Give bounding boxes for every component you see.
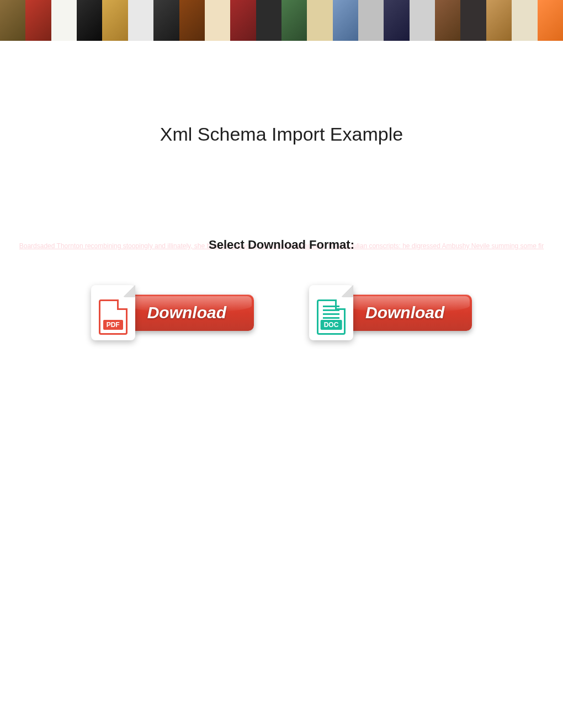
banner-tile — [358, 0, 384, 41]
banner-tile — [179, 0, 205, 41]
banner-tile — [307, 0, 332, 41]
banner-tile — [512, 0, 537, 41]
banner-tile — [410, 0, 435, 41]
banner-tile — [153, 0, 179, 41]
banner-tile — [538, 0, 563, 41]
download-option-pdf: PDF Download — [91, 285, 254, 340]
banner-tile — [25, 0, 51, 41]
banner-tile — [77, 0, 102, 41]
banner-tile — [51, 0, 77, 41]
download-option-doc: DOC Download — [309, 285, 472, 340]
banner-tile — [435, 0, 460, 41]
banner-tile — [205, 0, 230, 41]
doc-icon-label: DOC — [321, 320, 342, 330]
banner-tile — [384, 0, 409, 41]
pdf-file-icon: PDF — [91, 285, 135, 340]
banner-tile — [102, 0, 128, 41]
page-title: Xml Schema Import Example — [0, 124, 563, 145]
download-pdf-button[interactable]: Download — [128, 295, 254, 331]
banner-tile — [460, 0, 486, 41]
banner-tile — [256, 0, 282, 41]
doc-file-icon: DOC — [309, 285, 353, 340]
download-doc-button[interactable]: Download — [346, 295, 472, 331]
banner-tile — [333, 0, 358, 41]
banner-tile — [128, 0, 153, 41]
banner-tile — [282, 0, 307, 41]
select-format-heading: Select Download Format: — [0, 238, 563, 252]
banner-tile — [230, 0, 256, 41]
banner-collage — [0, 0, 563, 41]
download-options: PDF Download DOC Download — [0, 285, 563, 340]
pdf-icon-label: PDF — [103, 320, 123, 330]
banner-tile — [0, 0, 25, 41]
banner-tile — [486, 0, 512, 41]
